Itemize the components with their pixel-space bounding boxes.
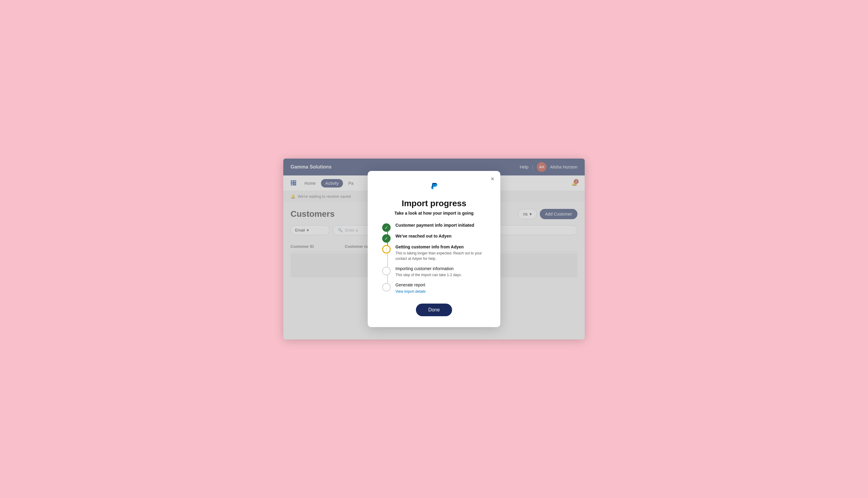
- step-5-wrapper: Generate report View import details: [382, 283, 490, 294]
- step-1-icon-col: ✓: [382, 223, 391, 232]
- step-3-content: Getting customer info from Adyen This is…: [396, 245, 490, 266]
- step-3-wrapper: ! Getting customer info from Adyen This …: [382, 245, 490, 266]
- step-2-icon-col: ✓: [382, 234, 391, 243]
- step-2-content: We've reached out to Adyen: [396, 234, 490, 245]
- step-1-wrapper: ✓ Customer payment info import initiated: [382, 223, 490, 234]
- step-3-icon: !: [382, 245, 391, 253]
- step-4-desc: This step of the import can take 1-2 day…: [396, 272, 490, 278]
- paypal-icon: [429, 183, 439, 194]
- step-1-content: Customer payment info import initiated: [396, 223, 490, 234]
- step-4: Importing customer information This step…: [382, 266, 490, 283]
- step-2-title: We've reached out to Adyen: [396, 234, 490, 238]
- import-progress-modal: × Import progress Take a look at how you…: [368, 171, 500, 327]
- view-import-details-link[interactable]: View import details: [396, 289, 426, 293]
- done-button[interactable]: Done: [416, 304, 452, 316]
- close-button[interactable]: ×: [491, 176, 494, 182]
- step-3-desc: This is taking longer than expected. Rea…: [396, 250, 490, 261]
- step-3-title: Getting customer info from Adyen: [396, 245, 490, 249]
- step-5-content: Generate report View import details: [396, 283, 490, 294]
- step-2-icon: ✓: [382, 234, 391, 243]
- modal-overlay: × Import progress Take a look at how you…: [283, 159, 585, 339]
- step-1-icon: ✓: [382, 223, 391, 232]
- step-3-icon-col: !: [382, 245, 391, 253]
- modal-title: Import progress: [378, 199, 490, 208]
- step-4-icon-col: [382, 266, 391, 275]
- step-1: ✓ Customer payment info import initiated: [382, 223, 490, 234]
- step-4-title: Importing customer information: [396, 266, 490, 271]
- step-5: Generate report View import details: [382, 283, 490, 294]
- step-5-icon-col: [382, 283, 391, 291]
- modal-subtitle: Take a look at how your import is going: [378, 211, 490, 215]
- steps-list: ✓ Customer payment info import initiated…: [378, 223, 490, 294]
- step-4-wrapper: Importing customer information This step…: [382, 266, 490, 283]
- step-2-wrapper: ✓ We've reached out to Adyen: [382, 234, 490, 245]
- step-3: ! Getting customer info from Adyen This …: [382, 245, 490, 266]
- app-container: Gamma Solutions Help | AH Alisha Hurston…: [283, 159, 585, 339]
- step-1-title: Customer payment info import initiated: [396, 223, 490, 227]
- step-4-icon: [382, 267, 391, 275]
- step-4-content: Importing customer information This step…: [396, 266, 490, 283]
- step-5-title: Generate report: [396, 283, 490, 287]
- step-2: ✓ We've reached out to Adyen: [382, 234, 490, 245]
- step-5-icon: [382, 283, 391, 291]
- paypal-logo: [378, 181, 490, 194]
